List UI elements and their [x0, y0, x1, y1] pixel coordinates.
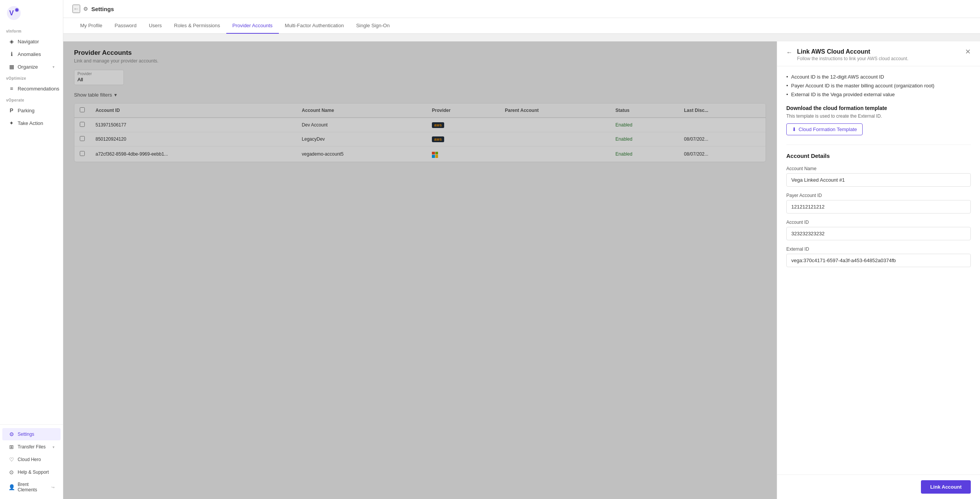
form-group-account-name: Account Name — [786, 166, 971, 187]
sidebar-item-label: Recommendations — [18, 86, 59, 92]
overlay — [63, 41, 777, 499]
bullet-1: Account ID is the 12-digit AWS account I… — [786, 74, 971, 80]
sidebar-item-navigator[interactable]: ◈ Navigator — [2, 35, 61, 48]
cloud-formation-btn-label: Cloud Formation Template — [799, 126, 857, 132]
user-icon: 👤 — [8, 484, 15, 490]
take-action-icon: ✦ — [8, 120, 15, 126]
anomalies-icon: ℹ — [8, 51, 15, 57]
section-label-voptimize: vOptimize — [0, 73, 63, 82]
header-title: Settings — [91, 6, 114, 12]
sidebar-item-label: Navigator — [18, 39, 54, 44]
tab-password[interactable]: Password — [109, 18, 143, 34]
field-input-payer-account-id[interactable] — [786, 200, 971, 213]
sidebar-item-transfer-files[interactable]: ⊞ Transfer Files ▾ — [2, 441, 61, 453]
settings-icon: ⚙ — [8, 431, 15, 437]
settings-tabs: My Profile Password Users Roles & Permis… — [63, 18, 980, 34]
back-button[interactable]: ← — [72, 5, 80, 13]
panel-header-text: Link AWS Cloud Account Follow the instru… — [797, 48, 908, 61]
panel-header: ← Link AWS Cloud Account Follow the inst… — [777, 41, 980, 66]
sidebar-item-label: Brent Clements — [18, 482, 48, 492]
cloud-hero-icon: ♡ — [8, 456, 15, 463]
sidebar-item-cloud-hero[interactable]: ♡ Cloud Hero — [2, 453, 61, 466]
logout-icon: ↪ — [51, 485, 54, 489]
sidebar-section-vinform: vInform ◈ Navigator ℹ Anomalies ▦ Organi… — [0, 26, 63, 73]
bullet-3: External ID is the Vega provided externa… — [786, 92, 971, 97]
field-input-account-id[interactable] — [786, 227, 971, 240]
svg-text:V: V — [9, 9, 14, 17]
sidebar-item-label: Transfer Files — [18, 444, 49, 450]
panel-back-button[interactable]: ← — [786, 49, 792, 56]
recommendations-icon: ≡ — [8, 85, 15, 92]
chevron-down-icon: ▾ — [53, 65, 54, 69]
tab-provider-accounts[interactable]: Provider Accounts — [226, 18, 279, 34]
field-input-account-name[interactable] — [786, 173, 971, 187]
sidebar-item-label: Organize — [18, 64, 49, 70]
sidebar-item-label: Help & Support — [18, 469, 54, 475]
right-panel: ← Link AWS Cloud Account Follow the inst… — [777, 41, 980, 499]
field-label-account-name: Account Name — [786, 166, 971, 171]
section-label-vinform: vInform — [0, 26, 63, 35]
panel-title: Link AWS Cloud Account — [797, 48, 908, 55]
settings-header: ← ⚙ Settings — [63, 0, 980, 18]
download-icon: ⬇ — [792, 126, 796, 132]
bullet-2: Payer Account ID is the master billing a… — [786, 83, 971, 89]
sidebar-item-label: Settings — [18, 432, 54, 437]
account-form: Account Name Payer Account ID Account ID… — [786, 166, 971, 267]
sidebar-bottom: ⚙ Settings ⊞ Transfer Files ▾ ♡ Cloud He… — [0, 424, 63, 499]
sidebar-item-label: Cloud Hero — [18, 457, 54, 462]
link-account-button[interactable]: Link Account — [921, 480, 971, 494]
info-bullets: Account ID is the 12-digit AWS account I… — [786, 74, 971, 97]
form-group-payer-account-id: Payer Account ID — [786, 193, 971, 213]
divider — [786, 144, 971, 145]
sidebar-section-voperate: vOperate P Parking ✦ Take Action — [0, 95, 63, 130]
sidebar-item-recommendations[interactable]: ≡ Recommendations — [2, 82, 61, 95]
sidebar-item-parking[interactable]: P Parking — [2, 104, 61, 117]
sidebar-item-help-support[interactable]: ⊙ Help & Support — [2, 466, 61, 478]
chevron-down-icon: ▾ — [53, 445, 54, 449]
sidebar-item-anomalies[interactable]: ℹ Anomalies — [2, 48, 61, 60]
account-details-title: Account Details — [786, 153, 971, 159]
organize-icon: ▦ — [8, 64, 15, 70]
tab-roles-permissions[interactable]: Roles & Permissions — [168, 18, 226, 34]
section-label-voperate: vOperate — [0, 95, 63, 104]
sidebar-item-label: Parking — [18, 108, 54, 113]
panel-close-button[interactable]: ✕ — [965, 48, 971, 55]
field-label-payer-account-id: Payer Account ID — [786, 193, 971, 198]
tab-users[interactable]: Users — [143, 18, 168, 34]
field-label-external-id: External ID — [786, 246, 971, 252]
form-group-external-id: External ID — [786, 246, 971, 267]
svg-point-3 — [16, 9, 18, 11]
field-label-account-id: Account ID — [786, 220, 971, 225]
sidebar: V vInform ◈ Navigator ℹ Anomalies ▦ Orga… — [0, 0, 63, 499]
parking-icon: P — [8, 107, 15, 113]
sidebar-item-settings[interactable]: ⚙ Settings — [2, 428, 61, 440]
transfer-files-icon: ⊞ — [8, 444, 15, 450]
sidebar-item-organize[interactable]: ▦ Organize ▾ — [2, 61, 61, 73]
help-icon: ⊙ — [8, 469, 15, 475]
settings-header-icon: ⚙ — [83, 6, 88, 12]
sidebar-item-user[interactable]: 👤 Brent Clements ↪ — [2, 479, 61, 496]
sidebar-item-take-action[interactable]: ✦ Take Action — [2, 117, 61, 129]
tab-single-sign-on[interactable]: Single Sign-On — [350, 18, 395, 34]
cloud-formation-button[interactable]: ⬇ Cloud Formation Template — [786, 123, 863, 135]
sidebar-item-label: Take Action — [18, 120, 54, 126]
tab-mfa[interactable]: Multi-Factor Authentication — [279, 18, 350, 34]
sidebar-item-label: Anomalies — [18, 51, 54, 57]
field-input-external-id[interactable] — [786, 254, 971, 267]
download-section-desc: This template is used to create the Exte… — [786, 113, 971, 119]
sidebar-section-voptimize: vOptimize ≡ Recommendations — [0, 73, 63, 95]
form-group-account-id: Account ID — [786, 220, 971, 240]
navigator-icon: ◈ — [8, 38, 15, 44]
tab-my-profile[interactable]: My Profile — [74, 18, 109, 34]
logo: V — [0, 0, 63, 26]
panel-body: Account ID is the 12-digit AWS account I… — [777, 66, 980, 474]
panel-footer: Link Account — [777, 474, 980, 499]
download-section-title: Download the cloud formation template — [786, 105, 971, 111]
panel-subtitle: Follow the instructions to link your AWS… — [797, 56, 908, 61]
